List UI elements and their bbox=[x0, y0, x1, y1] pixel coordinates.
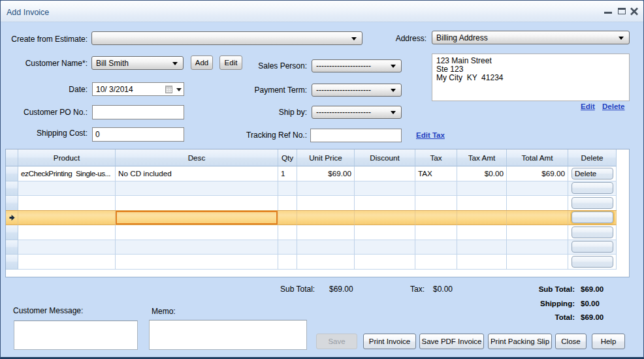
cell-product[interactable]: ezCheckPrinting Single-us... bbox=[18, 166, 116, 181]
cell-desc[interactable] bbox=[116, 196, 278, 211]
close-window-button[interactable]: Close bbox=[555, 334, 587, 349]
cell-tax[interactable] bbox=[415, 211, 457, 226]
row-selector[interactable] bbox=[6, 225, 18, 240]
ship-by-combobox[interactable]: --------------------- bbox=[312, 106, 402, 119]
cell-tax[interactable] bbox=[415, 181, 457, 196]
save-pdf-invoice-button[interactable]: Save PDF Invoice bbox=[419, 334, 484, 349]
cell-tax[interactable] bbox=[415, 255, 457, 270]
cell-desc[interactable] bbox=[116, 225, 278, 240]
date-picker[interactable]: 10/ 3/2014 bbox=[92, 82, 184, 96]
cell-product[interactable] bbox=[18, 240, 116, 255]
cell-unit-price[interactable] bbox=[297, 225, 355, 240]
grid-header-discount[interactable]: Discount bbox=[355, 149, 415, 166]
row-selector[interactable] bbox=[6, 196, 18, 211]
delete-row-button[interactable] bbox=[572, 241, 613, 253]
cell-discount[interactable] bbox=[355, 225, 415, 240]
delete-row-button[interactable] bbox=[572, 211, 613, 223]
cell-tax-amt[interactable] bbox=[457, 211, 507, 226]
cell-qty[interactable] bbox=[278, 181, 297, 196]
cell-total-amt[interactable] bbox=[507, 255, 568, 270]
cell-discount[interactable] bbox=[355, 255, 415, 270]
row-selector[interactable] bbox=[6, 240, 18, 255]
memo-textarea[interactable] bbox=[149, 320, 307, 350]
row-selector[interactable] bbox=[6, 166, 18, 181]
cell-qty[interactable] bbox=[278, 225, 297, 240]
sales-person-combobox[interactable]: --------------------- bbox=[312, 59, 402, 72]
cell-desc[interactable] bbox=[116, 211, 278, 226]
cell-total-amt[interactable] bbox=[507, 240, 568, 255]
grid-header-delete[interactable]: Delete bbox=[568, 149, 617, 166]
cell-unit-price[interactable]: $69.00 bbox=[297, 166, 355, 181]
create-from-estimate-combobox[interactable] bbox=[91, 31, 362, 45]
cell-product[interactable] bbox=[18, 225, 116, 240]
customer-message-textarea[interactable] bbox=[14, 320, 138, 350]
delete-row-button[interactable] bbox=[572, 256, 613, 268]
grid-header-tax[interactable]: Tax bbox=[415, 149, 457, 166]
cell-product[interactable] bbox=[18, 181, 116, 196]
cell-total-amt[interactable]: $69.00 bbox=[507, 166, 568, 181]
cell-unit-price[interactable] bbox=[297, 211, 355, 226]
address-combobox[interactable]: Billing Address bbox=[432, 31, 630, 44]
delete-row-button[interactable] bbox=[572, 226, 613, 238]
cell-desc[interactable] bbox=[116, 240, 278, 255]
cell-tax-amt[interactable] bbox=[457, 225, 507, 240]
cell-tax-amt[interactable] bbox=[457, 255, 507, 270]
cell-discount[interactable] bbox=[355, 211, 415, 226]
save-button[interactable]: Save bbox=[316, 334, 357, 349]
cell-unit-price[interactable] bbox=[297, 196, 355, 211]
row-selector[interactable] bbox=[6, 181, 18, 196]
shipping-cost-input[interactable]: 0 bbox=[92, 127, 184, 142]
cell-tax[interactable]: TAX bbox=[415, 166, 457, 181]
cell-total-amt[interactable] bbox=[507, 196, 568, 211]
cell-qty[interactable] bbox=[278, 211, 297, 226]
delete-address-link[interactable]: Delete bbox=[602, 102, 625, 110]
cell-discount[interactable] bbox=[355, 181, 415, 196]
row-selector[interactable] bbox=[6, 211, 18, 226]
cell-total-amt[interactable] bbox=[507, 211, 568, 226]
edit-address-link[interactable]: Edit bbox=[581, 102, 595, 110]
delete-row-button[interactable] bbox=[572, 182, 613, 194]
cell-tax-amt[interactable]: $0.00 bbox=[457, 166, 507, 181]
cell-product[interactable] bbox=[18, 255, 116, 270]
cell-qty[interactable]: 1 bbox=[278, 166, 297, 181]
dropdown-arrow-icon[interactable] bbox=[176, 88, 182, 91]
print-invoice-button[interactable]: Print Invoice bbox=[363, 334, 416, 349]
cell-tax[interactable] bbox=[415, 225, 457, 240]
cell-unit-price[interactable] bbox=[297, 255, 355, 270]
payment-term-combobox[interactable]: --------------------- bbox=[312, 84, 402, 97]
cell-tax-amt[interactable] bbox=[457, 240, 507, 255]
grid-header-total-amt[interactable]: Total Amt bbox=[507, 149, 568, 166]
cell-desc[interactable] bbox=[116, 181, 278, 196]
cell-discount[interactable] bbox=[355, 240, 415, 255]
grid-header-product[interactable]: Product bbox=[18, 149, 116, 166]
grid-header-desc[interactable]: Desc bbox=[116, 149, 278, 166]
cell-tax[interactable] bbox=[415, 240, 457, 255]
edit-tax-link[interactable]: Edit Tax bbox=[416, 131, 445, 139]
grid-header-unit-price[interactable]: Unit Price bbox=[297, 149, 355, 166]
cell-tax-amt[interactable] bbox=[457, 196, 507, 211]
cell-unit-price[interactable] bbox=[297, 240, 355, 255]
cell-unit-price[interactable] bbox=[297, 181, 355, 196]
cell-tax[interactable] bbox=[415, 196, 457, 211]
grid-header-qty[interactable]: Qty bbox=[278, 149, 297, 166]
cell-total-amt[interactable] bbox=[507, 225, 568, 240]
customer-po-input[interactable] bbox=[92, 105, 184, 119]
cell-discount[interactable] bbox=[355, 166, 415, 181]
cell-qty[interactable] bbox=[278, 196, 297, 211]
row-selector[interactable] bbox=[6, 255, 18, 270]
cell-tax-amt[interactable] bbox=[457, 181, 507, 196]
cell-product[interactable] bbox=[18, 211, 116, 226]
cell-qty[interactable] bbox=[278, 240, 297, 255]
grid-header-tax-amt[interactable]: Tax Amt bbox=[457, 149, 507, 166]
delete-row-button[interactable]: Delete bbox=[572, 168, 613, 180]
cell-qty[interactable] bbox=[278, 255, 297, 270]
tracking-ref-input[interactable] bbox=[310, 129, 402, 142]
cell-total-amt[interactable] bbox=[507, 181, 568, 196]
cell-desc[interactable]: No CD included bbox=[116, 166, 278, 181]
help-button[interactable]: Help bbox=[592, 334, 625, 349]
cell-discount[interactable] bbox=[355, 196, 415, 211]
close-button[interactable] bbox=[626, 1, 642, 19]
cell-desc[interactable] bbox=[116, 255, 278, 270]
customer-name-combobox[interactable]: Bill Smith bbox=[91, 56, 184, 70]
cell-product[interactable] bbox=[18, 196, 116, 211]
